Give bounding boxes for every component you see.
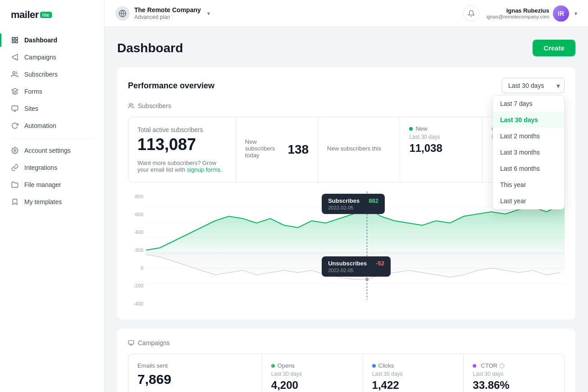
company-plan: Advanced plan (134, 14, 201, 21)
sidebar-item-forms-label: Forms (24, 88, 42, 95)
sidebar-item-dashboard-label: Dashboard (24, 36, 57, 44)
total-subscribers-value: 113,087 (137, 135, 227, 154)
campaigns-card: Campaigns Emails sent 7,869 Opens Last 3… (117, 328, 575, 392)
campaigns-sub-header: Campaigns (128, 339, 565, 346)
svg-point-20 (365, 205, 369, 210)
svg-rect-22 (128, 341, 134, 344)
company-name: The Remote Company (134, 6, 201, 14)
user-details: Ignas Rubezius ignas@remotecompany.com (487, 7, 549, 19)
dropdown-item-last7[interactable]: Last 7 days (493, 96, 564, 112)
svg-rect-0 (12, 37, 14, 40)
sidebar-item-sites-label: Sites (24, 105, 38, 112)
y-label-800: 800 (128, 194, 146, 199)
clicks-period: Last 30 days (372, 371, 455, 377)
sidebar-item-file-manager[interactable]: File manager (0, 176, 104, 193)
clicks-label: Clicks (378, 362, 394, 369)
dropdown-item-last2months[interactable]: Last 2 months (493, 128, 564, 144)
dropdown-item-thisyear[interactable]: This year (493, 177, 564, 193)
performance-title: Performance overview (128, 81, 214, 91)
new-dot (409, 127, 413, 131)
sidebar-item-dashboard[interactable]: Dashboard (0, 32, 104, 49)
company-selector[interactable]: The Remote Company Advanced plan ▾ (115, 6, 210, 21)
new-subscribers-cell: New subscribers this (318, 117, 400, 182)
clicks-value: 1,422 (372, 379, 455, 392)
new-value: 11,038 (409, 142, 473, 155)
topbar: The Remote Company Advanced plan ▾ Ignas… (105, 0, 588, 27)
logo-text: mailer (11, 9, 39, 21)
y-label-600: 600 (128, 212, 146, 217)
campaigns-sub-label: Campaigns (138, 339, 170, 346)
emails-sent-cell: Emails sent 7,869 (128, 354, 262, 392)
new-cell: New Last 30 days 11,038 (400, 117, 482, 182)
sidebar-item-integrations-label: Integrations (24, 164, 57, 171)
new-today-value: 138 (287, 142, 309, 157)
total-subscribers-cell: Total active subscribers 113,087 Want mo… (128, 117, 236, 182)
y-label-neg200: -200 (128, 283, 146, 288)
period-dropdown[interactable]: Last 7 days Last 30 days Last 2 months L… (501, 78, 565, 93)
page-title: Dashboard (117, 41, 183, 55)
subscribers-icon (128, 103, 134, 109)
y-label-200: 200 (128, 247, 146, 253)
opens-period: Last 30 days (271, 371, 354, 377)
dropdown-item-last3months[interactable]: Last 3 months (493, 144, 564, 160)
create-button[interactable]: Create (533, 40, 575, 56)
svg-rect-3 (15, 41, 18, 43)
sidebar-item-campaigns[interactable]: Campaigns (0, 49, 104, 66)
layers-icon (11, 87, 19, 96)
sidebar-item-forms[interactable]: Forms (0, 83, 104, 100)
svg-marker-5 (12, 88, 18, 91)
chevron-down-icon: ▾ (207, 10, 210, 17)
signup-link[interactable]: signup forms. (187, 166, 222, 173)
user-info[interactable]: Ignas Rubezius ignas@remotecompany.com I… (487, 5, 577, 22)
sidebar-item-sites[interactable]: Sites (0, 100, 104, 117)
link-icon (11, 164, 19, 172)
opens-cell: Opens Last 30 days 4,200 (262, 354, 363, 392)
page-content: Dashboard Create Performance overview La… (105, 27, 588, 392)
logo-badge: lite (40, 12, 52, 18)
monitor-icon (11, 105, 19, 113)
dropdown-item-last30[interactable]: Last 30 days (493, 112, 564, 128)
new-today-label: New subscribers today (245, 138, 288, 159)
main-content: The Remote Company Advanced plan ▾ Ignas… (105, 0, 588, 392)
company-info: The Remote Company Advanced plan (134, 6, 201, 21)
new-period: Last 30 days (409, 134, 473, 140)
sidebar-item-subscribers-label: Subscribers (24, 71, 58, 78)
sidebar-item-my-templates[interactable]: My templates (0, 193, 104, 210)
new-month-label: New subscribers this (327, 145, 381, 152)
page-header: Dashboard Create (117, 40, 575, 56)
campaigns-stats-row: Emails sent 7,869 Opens Last 30 days 4,2… (128, 354, 565, 392)
company-globe-icon (115, 6, 130, 21)
svg-point-4 (13, 72, 15, 74)
sidebar-item-account-settings-label: Account settings (24, 147, 71, 154)
ctor-value: 33.86% (473, 379, 555, 392)
svg-rect-1 (15, 37, 18, 40)
subscribers-sub-label: Subscribers (138, 102, 171, 109)
dropdown-item-lastyear[interactable]: Last year (493, 193, 564, 209)
user-chevron-icon: ▾ (574, 10, 577, 17)
sidebar-item-automation-label: Automation (24, 122, 56, 129)
ctor-label: CTOR (481, 362, 497, 369)
sidebar-item-file-manager-label: File manager (24, 181, 61, 188)
signup-prompt: Want more subscribers? Grow your email l… (137, 160, 227, 173)
sidebar-item-my-templates-label: My templates (24, 198, 62, 205)
sidebar-item-subscribers[interactable]: Subscribers (0, 66, 104, 83)
users-icon (11, 70, 19, 78)
total-subscribers-label: Total active subscribers (137, 126, 227, 133)
performance-card: Performance overview Last 7 days Last 30… (117, 67, 575, 319)
logo: mailerlite (11, 9, 52, 21)
sidebar-item-automation[interactable]: Automation (0, 117, 104, 134)
grid-icon (11, 36, 19, 44)
topbar-right: Ignas Rubezius ignas@remotecompany.com I… (463, 5, 577, 22)
chart-y-labels: 800 600 400 200 0 -200 -400 (128, 191, 146, 309)
notifications-button[interactable] (463, 5, 479, 22)
ctor-info-icon (499, 363, 505, 369)
refresh-icon (11, 122, 19, 130)
dropdown-item-last6months[interactable]: Last 6 months (493, 160, 564, 177)
sidebar-item-account-settings[interactable]: Account settings (0, 142, 104, 159)
svg-point-12 (129, 104, 132, 106)
new-label: New (415, 125, 427, 132)
svg-rect-6 (12, 106, 18, 110)
sidebar-item-integrations[interactable]: Integrations (0, 159, 104, 176)
y-label-400: 400 (128, 229, 146, 235)
svg-point-9 (14, 150, 16, 151)
